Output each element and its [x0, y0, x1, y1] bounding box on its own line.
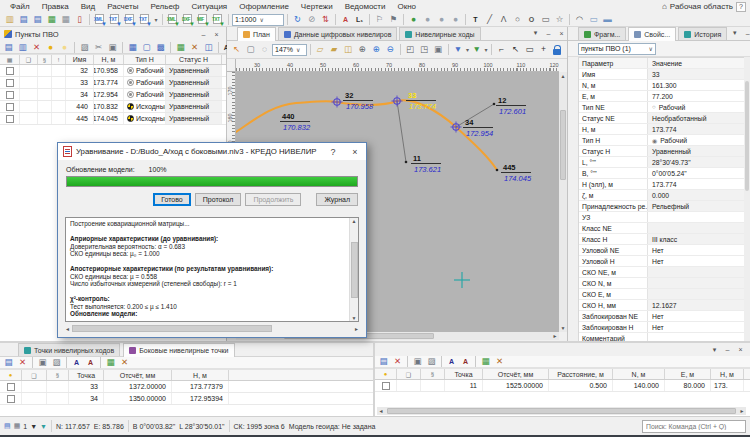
plan-tab[interactable]: План [237, 27, 276, 41]
close-button[interactable]: × [735, 345, 746, 355]
rect-tool-icon[interactable]: ▭ [539, 14, 552, 26]
export-txt-icon[interactable]: TXT▼ [211, 14, 225, 26]
find-filter-icon[interactable]: А [459, 356, 472, 368]
dialog-close-button[interactable]: × [346, 144, 364, 159]
bulb-on-icon[interactable]: ● [44, 41, 57, 53]
scroll-down-icon[interactable]: ▼ [352, 315, 357, 321]
minimize-button[interactable]: – [742, 28, 750, 38]
level-staff-icon[interactable]: ▯ [73, 14, 86, 26]
invert-select-icon[interactable]: ▩ [154, 41, 167, 53]
line-tool-icon[interactable]: ╱ [483, 14, 496, 26]
scroll-left-icon[interactable]: ◄ [377, 407, 385, 415]
save-all-icon[interactable]: ▤ [31, 14, 44, 26]
plan-tab[interactable]: Нивелирные ходы [399, 27, 480, 40]
done-button[interactable]: Готово [153, 193, 191, 206]
bottom-tab[interactable]: Боковые нивелирные точки [123, 343, 234, 357]
properties-tab[interactable]: Свойс... [628, 27, 676, 41]
scroll-right-icon[interactable]: ► [354, 326, 359, 332]
property-row[interactable]: Имя33 [579, 69, 744, 80]
view-window-icon[interactable]: ● [435, 14, 448, 26]
center-snap-icon[interactable]: + [537, 44, 550, 56]
object-selector[interactable]: пункты ПВО (1)∨ [578, 43, 656, 55]
table-settings-icon[interactable]: ✕ [118, 357, 131, 369]
adjustment-icon[interactable]: ↻ [291, 14, 304, 26]
scroll-up-icon[interactable]: ▲ [559, 72, 567, 80]
dialog-help-button[interactable]: ? [324, 144, 342, 159]
select-all-icon[interactable]: ▦ [126, 41, 139, 53]
ellipse-tool-icon[interactable]: ○ [511, 14, 524, 26]
select-mode-icon[interactable]: ↖ [230, 44, 243, 56]
export-mif-icon[interactable]: MIF▼ [196, 14, 210, 26]
open-project-icon[interactable]: ▥ [3, 14, 16, 26]
polyline-tool-icon[interactable]: Λ [497, 14, 510, 26]
select-none-icon[interactable]: ▢ [140, 41, 153, 53]
menu-item[interactable]: Ситуация [185, 2, 233, 11]
properties-tab[interactable]: История [678, 27, 727, 40]
copy-icon[interactable]: ▣ [106, 41, 119, 53]
property-row[interactable]: Заблокирован ННет [579, 322, 744, 333]
property-row[interactable]: Заблокирован NEНет [579, 311, 744, 322]
property-row[interactable]: СКО Н, мм12.1627 [579, 300, 744, 311]
circle-tool-icon[interactable]: O [525, 14, 538, 26]
frame-snap-icon[interactable]: ▭ [523, 44, 536, 56]
pan-icon[interactable]: ▱ [314, 44, 327, 56]
dropdown-chevron-icon[interactable]: ▾ [466, 46, 470, 53]
scroll-left-icon[interactable]: ◄ [65, 326, 70, 332]
zoom-window-icon[interactable]: ◰ [404, 44, 417, 56]
print-icon[interactable]: ▦ [59, 14, 72, 26]
zoom-all-icon[interactable]: ◳ [418, 44, 431, 56]
menu-item[interactable]: Окно [391, 2, 422, 11]
command-search-input[interactable] [642, 420, 746, 433]
display-filter-icon[interactable]: ▼ [452, 44, 465, 56]
duplicate-point-icon[interactable]: ▥ [16, 41, 29, 53]
row-checkbox[interactable] [382, 382, 390, 390]
property-row[interactable]: УЗ [579, 212, 744, 223]
scroll-thumb[interactable] [351, 242, 358, 298]
property-row[interactable]: Тип Н◉Рабочий [579, 135, 744, 146]
disable-icon[interactable]: ⊘ [305, 14, 318, 26]
add-point-icon[interactable]: ▤ [2, 41, 15, 53]
property-row[interactable]: L, °'"28°30'49.73" [579, 157, 744, 168]
selection-count-icon[interactable]: ▦ [14, 422, 21, 430]
cursor-snap-icon[interactable]: ↖ [509, 44, 522, 56]
property-row[interactable]: N, м161.300 [579, 80, 744, 91]
scroll-right-icon[interactable]: ► [551, 332, 559, 340]
close-button[interactable]: × [556, 28, 567, 38]
zoom-in-icon[interactable]: ⊕ [370, 44, 383, 56]
table-row[interactable]: 34172.954РабочийУравненный [0, 89, 226, 101]
corner-snap-icon[interactable]: ⌐ [495, 44, 508, 56]
property-row[interactable]: Узловой NEНет [579, 245, 744, 256]
property-row[interactable]: E, м77.200 [579, 91, 744, 102]
frame-tool-icon[interactable]: ▭ [587, 14, 600, 26]
workspace-switch[interactable]: ⌂ Рабочая область ? [662, 2, 750, 12]
row-checkbox[interactable] [7, 395, 15, 403]
property-row[interactable]: Н (элл), м173.774 [579, 179, 744, 190]
table-icon[interactable]: ▦ [104, 357, 117, 369]
scroll-thumb[interactable] [72, 325, 272, 332]
property-row[interactable]: СКО N, м [579, 278, 744, 289]
find-icon[interactable]: А [70, 357, 83, 369]
property-row[interactable]: Класс НIII класс [579, 234, 744, 245]
property-row[interactable]: ζ, м0.000 [579, 190, 744, 201]
panel-menu-icon[interactable]: ▾ [709, 345, 720, 355]
help-icon[interactable]: ? [736, 2, 746, 12]
table-settings-icon[interactable]: ✕ [188, 41, 201, 53]
cut-icon[interactable]: ✂ [92, 41, 105, 53]
add-row-icon[interactable]: ▤ [377, 356, 390, 368]
menu-item[interactable]: Правка [36, 2, 75, 11]
property-row[interactable]: Класс NE [579, 223, 744, 234]
import-xml-icon[interactable]: XML▼ [93, 14, 107, 26]
flag-filled-icon[interactable]: ⚑ [387, 14, 400, 26]
arc-tool-icon[interactable]: ◠ [573, 14, 586, 26]
add-row-icon[interactable]: ▤ [2, 357, 15, 369]
print-status-icon[interactable]: ▤ [4, 422, 11, 430]
paste-icon[interactable]: ▨ [78, 41, 91, 53]
point-marker[interactable] [405, 161, 408, 164]
menu-item[interactable]: Оформление [233, 2, 295, 11]
table-row[interactable]: 111525.000000.500140.00080.000173. [375, 380, 750, 392]
property-row[interactable]: Тип NE○Рабочий [579, 102, 744, 113]
property-row[interactable]: СКО NE, м [579, 267, 744, 278]
point-names-icon[interactable]: A [339, 14, 352, 26]
property-row[interactable]: Принадлежность ре...Рельефный [579, 201, 744, 212]
polygon-tool-icon[interactable]: ☆ [553, 14, 566, 26]
